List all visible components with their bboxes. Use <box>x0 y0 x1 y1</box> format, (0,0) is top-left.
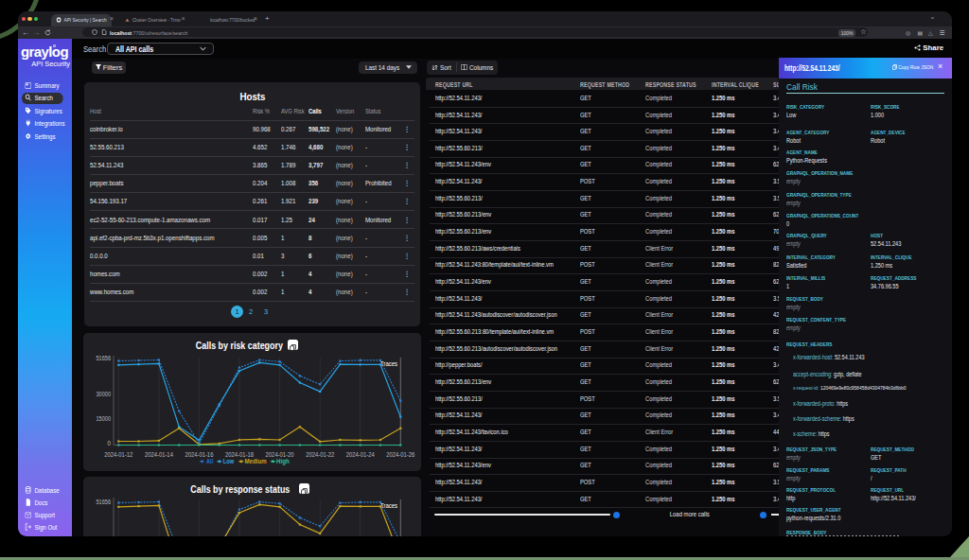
svg-text:High: High <box>276 457 290 465</box>
svg-text:Low: Low <box>223 457 235 465</box>
svg-text:0: 0 <box>108 440 112 446</box>
svg-text:Traces: Traces <box>380 359 397 367</box>
svg-text:All: All <box>206 457 213 465</box>
svg-text:51656: 51656 <box>97 498 112 504</box>
svg-text:Traces: Traces <box>380 500 397 509</box>
svg-text:2024-01-26: 2024-01-26 <box>386 451 414 458</box>
svg-text:2024-01-14: 2024-01-14 <box>145 451 173 458</box>
svg-text:15000: 15000 <box>97 414 112 421</box>
svg-text:2024-01-12: 2024-01-12 <box>104 451 132 458</box>
svg-text:51656: 51656 <box>97 355 112 361</box>
svg-text:Medium: Medium <box>245 457 267 465</box>
svg-text:30000: 30000 <box>97 390 112 396</box>
svg-text:2024-01-22: 2024-01-22 <box>306 451 334 458</box>
svg-text:2024-01-24: 2024-01-24 <box>346 451 375 458</box>
